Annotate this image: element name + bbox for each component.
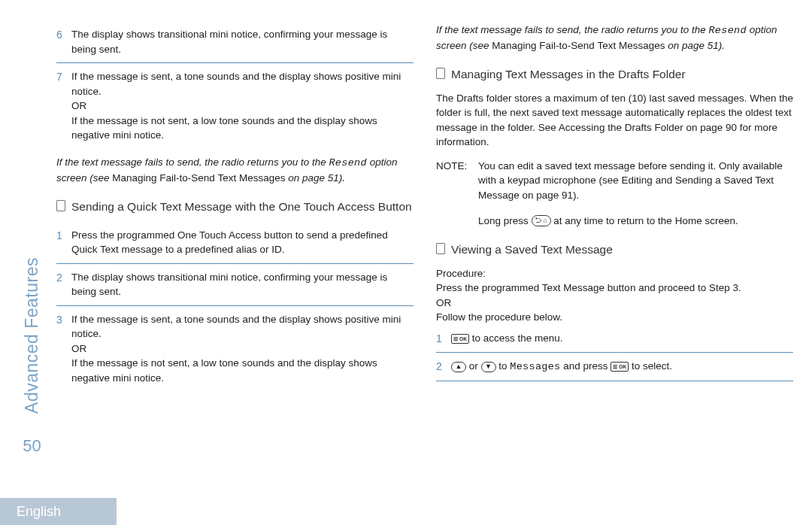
section-heading: Sending a Quick Text Message with the On… (56, 199, 414, 215)
right-column: If the text message fails to send, the r… (436, 23, 793, 459)
fail-note: If the text message fails to send, the r… (56, 155, 414, 185)
step-number: 1 (56, 228, 71, 257)
procedure-text: Press the programmed Text Message button… (436, 281, 793, 296)
procedure-text: Follow the procedure below. (436, 310, 793, 325)
text: at any time to return to the Home screen… (551, 215, 738, 226)
text: If the message is sent, a tone sounds an… (71, 314, 401, 340)
heading-text: Managing Text Messages in the Drafts Fol… (451, 66, 686, 83)
or-text: OR (436, 296, 793, 311)
text: to select. (629, 360, 672, 372)
step-text: If the message is sent, a tone sounds an… (71, 312, 414, 386)
document-icon (56, 200, 65, 211)
document-icon (436, 243, 445, 254)
link-text: Managing Fail-to-Send Text Messages (492, 40, 665, 51)
step-row: 1 Press the programmed One Touch Access … (56, 223, 414, 262)
resend-label: Resend (708, 25, 746, 36)
or-text: OR (71, 100, 86, 111)
section-heading: Viewing a Saved Text Message (436, 241, 793, 258)
up-arrow-button-icon: ▲ (451, 362, 466, 372)
page-number: 50 (23, 436, 41, 456)
step-number: 2 (56, 270, 71, 299)
step-text: The display shows transitional mini noti… (71, 27, 414, 56)
step-text: ☰ OK to access the menu. (451, 331, 793, 346)
step-divider (56, 62, 414, 63)
step-text: The display shows transitional mini noti… (71, 270, 414, 299)
text: on page 51). (665, 40, 725, 51)
text: If the message is not sent, a low tone s… (71, 357, 377, 384)
note-text: Long press ⮌ ⌂ at any time to return to … (478, 214, 793, 229)
step-row: 7 If the message is sent, a tone sounds … (56, 65, 414, 147)
section-heading: Managing Text Messages in the Drafts Fol… (436, 66, 793, 83)
step-number: 7 (56, 69, 71, 143)
step-divider (56, 263, 414, 264)
paragraph: The Drafts folder stores a maximum of te… (436, 91, 793, 150)
document-icon (436, 68, 445, 79)
step-row: 3 If the message is sent, a tone sounds … (56, 308, 414, 390)
step-row: 2 ▲ or ▼ to Messages and press ☰ OK to s… (436, 354, 793, 379)
text: on page 51). (285, 172, 345, 184)
note-body: You can edit a saved text message before… (478, 159, 793, 228)
step-divider (436, 381, 793, 381)
step-row: 1 ☰ OK to access the menu. (436, 325, 793, 351)
left-column: 6 The display shows transitional mini no… (56, 23, 414, 459)
step-text: ▲ or ▼ to Messages and press ☰ OK to sel… (451, 359, 793, 375)
home-button-icon: ⮌ ⌂ (532, 215, 551, 226)
fail-note: If the text message fails to send, the r… (436, 23, 793, 53)
side-gutter: Advanced Features 50 (19, 23, 45, 459)
or-text: OR (71, 343, 86, 354)
step-text: Press the programmed One Touch Access bu… (71, 228, 414, 257)
resend-label: Resend (329, 157, 366, 168)
content-columns: 6 The display shows transitional mini no… (56, 23, 793, 459)
text: or (466, 360, 481, 372)
heading-text: Sending a Quick Text Message with the On… (71, 199, 412, 215)
manual-page: Advanced Features 50 6 The display shows… (0, 0, 812, 466)
link-text: Managing Fail-to-Send Text Messages (112, 172, 285, 184)
language-footer: English (0, 498, 117, 525)
language-label: English (17, 504, 61, 520)
step-divider (436, 352, 793, 353)
text: and press (561, 360, 611, 372)
step-number: 1 (436, 331, 451, 346)
menu-ok-button-icon: ☰ OK (611, 362, 629, 372)
step-number: 6 (56, 27, 71, 56)
step-row: 2 The display shows transitional mini no… (56, 266, 414, 304)
note-block: NOTE: You can edit a saved text message … (436, 159, 793, 228)
text: If the message is not sent, a low tone s… (71, 115, 377, 141)
menu-ok-button-icon: ☰ OK (451, 334, 469, 344)
procedure-label: Procedure: (436, 266, 793, 281)
step-row: 6 The display shows transitional mini no… (56, 23, 414, 61)
step-divider (56, 305, 414, 306)
step-number: 2 (436, 359, 451, 375)
down-arrow-button-icon: ▼ (481, 362, 496, 372)
text: If the text message fails to send, the r… (56, 156, 329, 168)
menu-item-name: Messages (510, 361, 560, 372)
note-text: You can edit a saved text message before… (478, 159, 793, 203)
text: Long press (478, 215, 532, 226)
text: to (496, 360, 511, 372)
heading-text: Viewing a Saved Text Message (451, 241, 613, 258)
text: If the message is sent, a tone sounds an… (71, 71, 401, 97)
step-text: If the message is sent, a tone sounds an… (71, 69, 414, 143)
step-number: 3 (56, 312, 71, 386)
text: to access the menu. (469, 332, 563, 344)
section-title-vertical: Advanced Features (22, 257, 42, 414)
note-label: NOTE: (436, 159, 478, 228)
text: If the text message fails to send, the r… (436, 24, 708, 35)
